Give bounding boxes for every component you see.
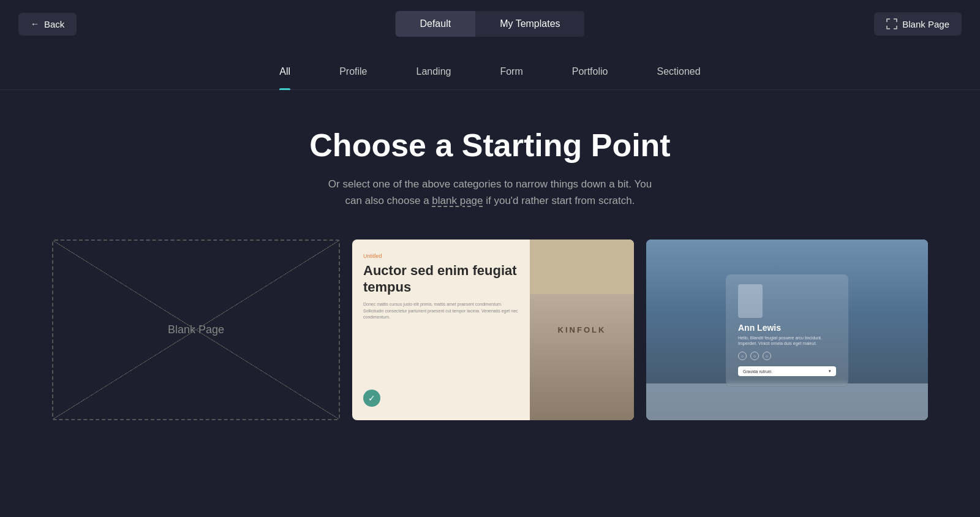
tab-group: Default My Templates [395,11,584,37]
category-sectioned[interactable]: Sectioned [657,66,700,89]
blank-page-header-button[interactable]: Blank Page [874,12,962,36]
profile-social-icon-1: ○ [738,352,747,360]
landing-template-card[interactable]: Untitled Auctor sed enim feugiat tempus … [352,240,634,420]
hero-title: Choose a Starting Point [12,127,968,164]
kinfolk-person-bg [530,294,634,421]
back-button[interactable]: ← Back [18,13,77,36]
blank-page-link[interactable]: blank page [432,195,483,206]
landing-card-image: KINFOLK [530,240,634,420]
profile-social-icons: ○ ○ ○ [738,352,836,360]
profile-avatar [738,284,763,318]
landing-card-content: Untitled Auctor sed enim feugiat tempus … [352,240,530,420]
profile-cta-chevron: ▾ [829,369,831,374]
blank-card-label: Blank Page [168,323,224,336]
profile-cta-button[interactable]: Gravida rutrum ▾ [738,366,836,376]
checkmark-icon: ✓ [368,393,375,403]
category-landing[interactable]: Landing [416,66,451,89]
landing-card-title: Auctor sed enim feugiat tempus [363,263,519,295]
category-nav: All Profile Landing Form Portfolio Secti… [0,48,980,90]
profile-social-icon-2: ○ [750,352,759,360]
blank-page-card[interactable]: Blank Page [52,240,340,420]
profile-template-card[interactable]: Ann Lewis Hello, Blandit feugiat posuere… [646,240,928,420]
kinfolk-title: KINFOLK [558,325,606,334]
profile-cta-label: Gravida rutrum [743,369,772,374]
templates-grid: Blank Page Untitled Auctor sed enim feug… [0,240,980,420]
landing-card-btn[interactable]: ✓ [363,390,380,407]
profile-widget: Ann Lewis Hello, Blandit feugiat posuere… [726,274,848,387]
category-all[interactable]: All [279,66,290,89]
blank-page-header-label: Blank Page [902,19,949,29]
blank-page-header-icon [886,18,897,29]
kinfolk-cover: KINFOLK [530,240,634,420]
header: ← Back Default My Templates Blank Page [0,0,980,48]
hero-section: Choose a Starting Point Or select one of… [0,90,980,240]
category-portfolio[interactable]: Portfolio [572,66,608,89]
category-profile[interactable]: Profile [339,66,367,89]
profile-bottom-thumbnail [646,383,928,420]
landing-card-body: Donec mattis cursus justo elit primis, m… [363,301,519,321]
profile-description: Hello, Blandit feugiat posuere arcu tinc… [738,335,836,347]
profile-social-icon-3: ○ [763,352,771,360]
profile-name: Ann Lewis [738,323,836,333]
back-label: Back [44,19,64,29]
tab-default[interactable]: Default [395,11,475,37]
landing-card-tag: Untitled [363,253,519,259]
hero-subtitle: Or select one of the above categories to… [318,176,662,209]
tab-my-templates[interactable]: My Templates [475,11,584,37]
back-arrow-icon: ← [31,19,39,29]
category-form[interactable]: Form [500,66,522,89]
